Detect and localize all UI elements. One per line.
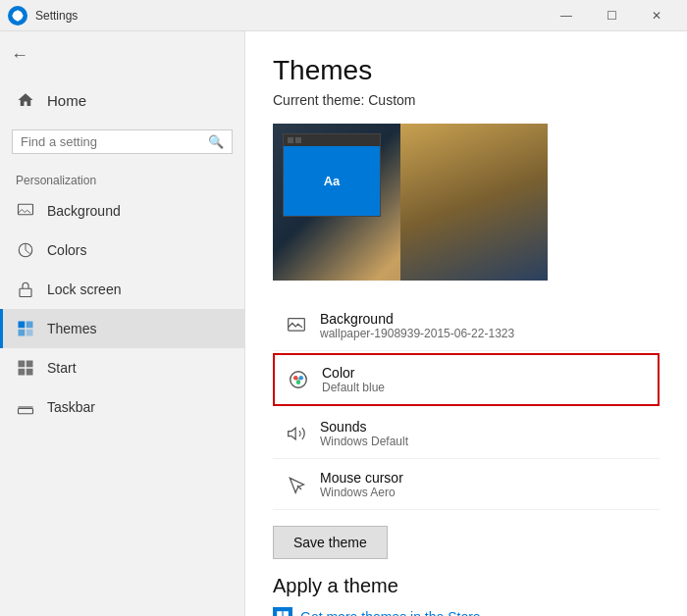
- sidebar-item-background[interactable]: Background: [0, 191, 244, 231]
- main-content: Themes Current theme: Custom Aa: [245, 31, 687, 616]
- preview-gradient: [400, 124, 548, 281]
- sounds-detail-texts: Sounds Windows Default: [320, 419, 408, 448]
- store-icon: [273, 607, 292, 616]
- save-theme-button[interactable]: Save theme: [273, 526, 388, 559]
- colors-icon: [16, 240, 35, 260]
- sidebar-item-taskbar[interactable]: Taskbar: [0, 387, 244, 427]
- theme-detail-mouse-cursor[interactable]: Mouse cursor Windows Aero: [273, 459, 660, 510]
- minimize-button[interactable]: —: [544, 0, 589, 31]
- color-detail-icon: [287, 368, 310, 391]
- titlebar: Settings — ☐ ✕: [0, 0, 687, 31]
- svg-rect-3: [19, 322, 26, 329]
- preview-window-titlebar: [284, 134, 380, 146]
- themes-icon: [16, 319, 35, 338]
- mouse-cursor-detail-value: Windows Aero: [320, 486, 403, 499]
- store-link-text: Get more themes in the Store: [300, 609, 481, 616]
- sidebar-item-themes[interactable]: Themes: [0, 309, 244, 348]
- svg-rect-4: [26, 322, 33, 329]
- mouse-cursor-detail-icon: [285, 473, 308, 496]
- background-detail-value: wallpaper-1908939-2015-06-22-1323: [320, 327, 514, 340]
- titlebar-left: Settings: [8, 6, 78, 26]
- sidebar-item-taskbar-label: Taskbar: [47, 399, 95, 415]
- svg-point-18: [296, 378, 300, 382]
- sounds-detail-value: Windows Default: [320, 435, 408, 448]
- store-link[interactable]: Get more themes in the Store: [273, 607, 660, 616]
- sidebar-item-colors-label: Colors: [47, 242, 86, 258]
- app-container: ← Home 🔍 Personalization Background: [0, 31, 687, 616]
- preview-btn1: [288, 137, 293, 143]
- svg-rect-7: [19, 361, 26, 368]
- sidebar-section-label: Personalization: [0, 162, 244, 191]
- sidebar-item-themes-label: Themes: [47, 321, 97, 336]
- search-box[interactable]: 🔍: [12, 129, 233, 154]
- nav-back-button[interactable]: ←: [0, 31, 39, 78]
- background-detail-texts: Background wallpaper-1908939-2015-06-22-…: [320, 311, 514, 340]
- svg-rect-6: [26, 330, 33, 336]
- search-icon: 🔍: [208, 134, 224, 149]
- svg-marker-19: [289, 428, 296, 439]
- preview-window: Aa: [283, 133, 381, 217]
- sidebar: ← Home 🔍 Personalization Background: [0, 31, 245, 616]
- svg-rect-11: [19, 409, 33, 414]
- svg-rect-9: [19, 369, 26, 376]
- sidebar-item-colors[interactable]: Colors: [0, 231, 244, 270]
- sidebar-item-lock-screen-label: Lock screen: [47, 282, 121, 297]
- page-title: Themes: [273, 55, 660, 86]
- theme-detail-sounds[interactable]: Sounds Windows Default: [273, 408, 660, 459]
- search-input[interactable]: [21, 134, 202, 149]
- titlebar-controls: — ☐ ✕: [544, 0, 679, 31]
- sidebar-item-start-label: Start: [47, 360, 77, 376]
- theme-preview: Aa: [273, 124, 548, 281]
- color-detail-texts: Color Default blue: [322, 365, 385, 394]
- sidebar-item-lock-screen[interactable]: Lock screen: [0, 270, 244, 309]
- apply-theme-title: Apply a theme: [273, 575, 660, 597]
- preview-window-body: Aa: [284, 146, 380, 216]
- theme-detail-background[interactable]: Background wallpaper-1908939-2015-06-22-…: [273, 300, 660, 351]
- background-detail-icon: [285, 314, 308, 337]
- color-detail-name: Color: [322, 365, 385, 381]
- mouse-cursor-detail-texts: Mouse cursor Windows Aero: [320, 470, 403, 499]
- titlebar-title: Settings: [35, 9, 78, 23]
- sidebar-item-start[interactable]: Start: [0, 348, 244, 387]
- theme-preview-background: Aa: [273, 124, 548, 281]
- sidebar-item-home[interactable]: Home: [0, 78, 244, 122]
- theme-detail-color[interactable]: Color Default blue: [273, 353, 660, 406]
- lock-screen-icon: [16, 280, 35, 299]
- start-icon: [16, 358, 35, 378]
- svg-rect-10: [26, 369, 33, 376]
- preview-btn2: [295, 137, 301, 143]
- home-label: Home: [47, 92, 86, 109]
- taskbar-icon: [16, 397, 35, 417]
- svg-rect-2: [20, 288, 31, 296]
- svg-rect-22: [284, 611, 289, 616]
- svg-rect-8: [26, 361, 33, 368]
- background-icon: [16, 201, 35, 221]
- home-icon: [16, 90, 35, 110]
- svg-rect-5: [19, 330, 26, 336]
- sounds-detail-name: Sounds: [320, 419, 408, 435]
- sidebar-item-background-label: Background: [47, 203, 121, 219]
- sounds-detail-icon: [285, 422, 308, 445]
- current-theme-label: Current theme: Custom: [273, 92, 660, 108]
- settings-app-icon: [8, 6, 27, 26]
- mouse-cursor-detail-name: Mouse cursor: [320, 470, 403, 486]
- color-detail-value: Default blue: [322, 381, 385, 394]
- close-button[interactable]: ✕: [634, 0, 679, 31]
- maximize-button[interactable]: ☐: [589, 0, 634, 31]
- preview-aa-text: Aa: [324, 174, 341, 188]
- svg-rect-21: [277, 611, 282, 616]
- background-detail-name: Background: [320, 311, 514, 327]
